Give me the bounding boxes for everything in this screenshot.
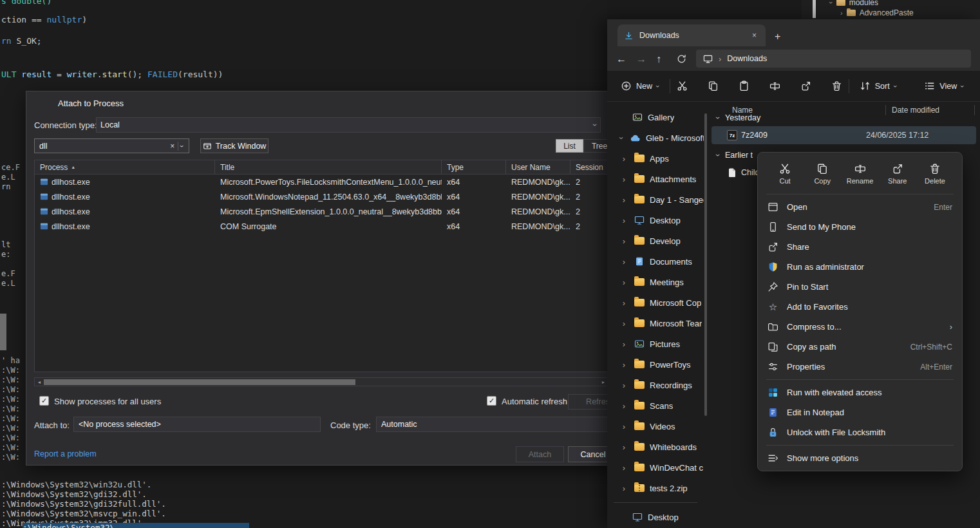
delete-button[interactable] xyxy=(831,80,842,91)
cut-button[interactable] xyxy=(677,80,688,91)
chevron-right-icon[interactable]: › xyxy=(619,278,628,287)
chevron-right-icon[interactable]: › xyxy=(619,319,628,328)
column-header-date-modified[interactable]: Date modified xyxy=(892,106,939,115)
up-button[interactable]: ↑ xyxy=(656,53,667,64)
tab-downloads[interactable]: Downloads × xyxy=(617,24,766,46)
menu-item-send-to-my-phone[interactable]: Send to My Phone xyxy=(760,217,959,237)
quick-cut-button[interactable]: Cut xyxy=(768,163,802,185)
chevron-right-icon[interactable]: › xyxy=(619,484,628,493)
column-header-process[interactable]: Process ▲ xyxy=(35,160,215,174)
report-a-problem-link[interactable]: Report a problem xyxy=(34,449,97,458)
sidebar-item-pictures[interactable]: › Pictures xyxy=(607,334,704,354)
quick-rename-button[interactable]: Rename xyxy=(843,163,877,185)
quick-copy-button[interactable]: Copy xyxy=(806,163,839,185)
group-header-yesterday[interactable]: › Yesterday xyxy=(717,111,760,125)
chevron-right-icon[interactable]: › xyxy=(619,422,628,431)
copy-button[interactable] xyxy=(708,80,719,91)
sidebar-item-onedrive[interactable]: › Gleb - Microsoft xyxy=(607,127,704,148)
quick-delete-button[interactable]: Delete xyxy=(918,163,952,185)
sidebar-item-desktop[interactable]: › Desktop xyxy=(607,210,704,231)
paste-button[interactable] xyxy=(739,80,749,91)
process-row[interactable]: dllhost.exe Microsoft.PowerToys.FileLock… xyxy=(35,174,608,189)
code-type-field[interactable]: Automatic xyxy=(376,417,616,432)
share-button[interactable] xyxy=(800,80,811,91)
chevron-right-icon[interactable]: › xyxy=(619,257,628,267)
column-header-type[interactable]: Type xyxy=(442,160,506,174)
back-button[interactable]: ← xyxy=(616,53,627,64)
chevron-down-icon[interactable]: › xyxy=(617,133,627,142)
new-button[interactable]: New › xyxy=(617,80,663,91)
scroll-left-icon[interactable]: ◄ xyxy=(35,380,44,384)
sort-button[interactable]: Sort › xyxy=(856,80,901,91)
chevron-right-icon[interactable]: › xyxy=(619,463,628,473)
track-window-button[interactable]: Track Window xyxy=(200,138,269,153)
column-header-title[interactable]: Title xyxy=(215,160,442,174)
sidebar-item-develop[interactable]: › Develop xyxy=(607,231,704,251)
sidebar-item-tests-2-zip[interactable]: › tests 2.zip xyxy=(607,478,704,498)
menu-item-show-more-options[interactable]: Show more options xyxy=(760,448,959,468)
group-header-earlier[interactable]: › Earlier t xyxy=(717,148,753,162)
chevron-right-icon[interactable]: › xyxy=(619,360,628,370)
chevron-right-icon[interactable]: › xyxy=(619,154,628,164)
clear-filter-icon[interactable]: × xyxy=(167,142,178,151)
menu-item-edit-in-notepad[interactable]: Edit in Notepad xyxy=(760,402,959,422)
chevron-right-icon[interactable]: › xyxy=(619,216,628,225)
process-filter-input[interactable]: dll × › xyxy=(34,138,189,153)
sidebar-item-apps[interactable]: › Apps xyxy=(607,148,704,169)
chevron-down-icon[interactable]: › xyxy=(713,154,722,156)
table-horizontal-scrollbar[interactable]: ◄ ► xyxy=(34,377,608,386)
sidebar-item-microsoft-tear[interactable]: › Microsoft Tear xyxy=(607,313,704,334)
column-divider[interactable] xyxy=(885,105,886,115)
process-row[interactable]: dllhost.exe Microsoft.EpmShellExtension_… xyxy=(35,204,608,219)
chevron-right-icon[interactable]: › xyxy=(619,298,628,308)
process-row[interactable]: dllhost.exe Microsoft.WindowsNotepad_11.… xyxy=(35,189,608,204)
attach-to-field[interactable]: <No process selected> xyxy=(73,417,321,432)
list-view-button[interactable]: List xyxy=(556,139,583,153)
chevron-right-icon[interactable]: › xyxy=(619,442,628,452)
breadcrumb-location[interactable]: Downloads xyxy=(727,54,767,63)
sidebar-item-videos[interactable]: › Videos xyxy=(607,416,704,437)
tree-item-advancedpaste[interactable]: › AdvancedPaste xyxy=(840,7,914,18)
menu-item-compress-to[interactable]: Compress to... › xyxy=(760,317,959,337)
column-header-user-name[interactable]: User Name xyxy=(506,160,570,174)
chevron-down-icon[interactable]: › xyxy=(178,142,186,150)
menu-item-add-to-favorites[interactable]: ☆ Add to Favorites xyxy=(760,297,959,317)
address-bar[interactable]: › Downloads xyxy=(696,50,971,68)
sidebar-item-day-1-sangee[interactable]: › Day 1 - Sangee xyxy=(607,189,704,210)
debug-output-selected-line[interactable]: :\Windows\System32\ xyxy=(23,523,249,528)
menu-item-copy-as-path[interactable]: Copy as path Ctrl+Shift+C xyxy=(760,337,959,357)
quick-share-button[interactable]: Share xyxy=(881,163,914,185)
chevron-right-icon[interactable]: › xyxy=(619,195,628,205)
chevron-right-icon[interactable]: › xyxy=(619,339,628,349)
file-row-7z2409[interactable]: 7z 7z2409 24/06/2025 17:12 xyxy=(711,126,976,144)
sidebar-item-gallery[interactable]: Gallery xyxy=(607,107,704,127)
sidebar-item-microsoft-cop[interactable]: › Microsoft Cop xyxy=(607,292,704,313)
column-divider[interactable] xyxy=(974,105,975,115)
view-button[interactable]: View › xyxy=(920,80,968,91)
sidebar-item-desktop-pinned[interactable]: Desktop xyxy=(607,507,704,527)
sidebar-item-recordings[interactable]: › Recordings xyxy=(607,375,704,395)
sidebar-scrollbar-thumb[interactable] xyxy=(704,113,707,416)
sidebar-item-whiteboards[interactable]: › Whiteboards xyxy=(607,437,704,457)
new-tab-button[interactable]: + xyxy=(775,32,780,42)
sidebar-item-powertoys[interactable]: › PowerToys xyxy=(607,354,704,375)
menu-item-share[interactable]: Share xyxy=(760,237,959,257)
automatic-refresh-checkbox[interactable]: ✓ xyxy=(487,396,496,406)
menu-item-open[interactable]: Open Enter xyxy=(760,197,959,217)
sidebar-item-meetings[interactable]: › Meetings xyxy=(607,272,704,292)
chevron-down-icon[interactable]: › xyxy=(713,117,722,119)
menu-item-unlock-with-file-locksmith[interactable]: Unlock with File Locksmith xyxy=(760,422,959,442)
chevron-right-icon[interactable]: › xyxy=(619,401,628,411)
refresh-button[interactable] xyxy=(676,53,687,64)
connection-type-dropdown[interactable]: Local › xyxy=(96,117,601,133)
menu-item-run-with-elevated-access[interactable]: Run with elevated access xyxy=(760,382,959,402)
editor-scrollbar-thumb[interactable] xyxy=(0,314,6,350)
forward-button[interactable]: → xyxy=(636,53,647,64)
menu-item-pin-to-start[interactable]: Pin to Start xyxy=(760,277,959,297)
chevron-right-icon[interactable]: › xyxy=(619,381,628,390)
horizontal-scrollbar-thumb[interactable] xyxy=(44,379,355,385)
sidebar-item-scans[interactable]: › Scans xyxy=(607,395,704,416)
chevron-right-icon[interactable]: › xyxy=(619,236,628,246)
menu-item-properties[interactable]: Properties Alt+Enter xyxy=(760,357,959,377)
column-header-session[interactable]: Session xyxy=(570,160,608,174)
